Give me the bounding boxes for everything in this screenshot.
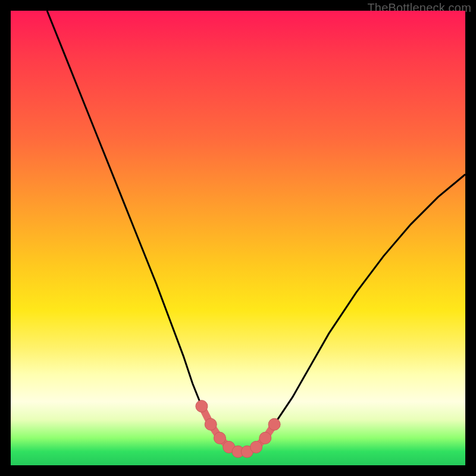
bottom-marker-group xyxy=(196,400,280,458)
plot-area xyxy=(11,11,465,465)
curve-svg xyxy=(11,11,465,465)
bottleneck-curve xyxy=(47,11,465,452)
marker-dot xyxy=(196,400,208,412)
chart-frame: TheBottleneck.com xyxy=(0,0,476,476)
marker-dot xyxy=(214,432,226,444)
marker-dot xyxy=(205,418,217,430)
marker-dot xyxy=(268,418,280,430)
marker-dot xyxy=(259,432,271,444)
marker-dot xyxy=(250,441,262,453)
